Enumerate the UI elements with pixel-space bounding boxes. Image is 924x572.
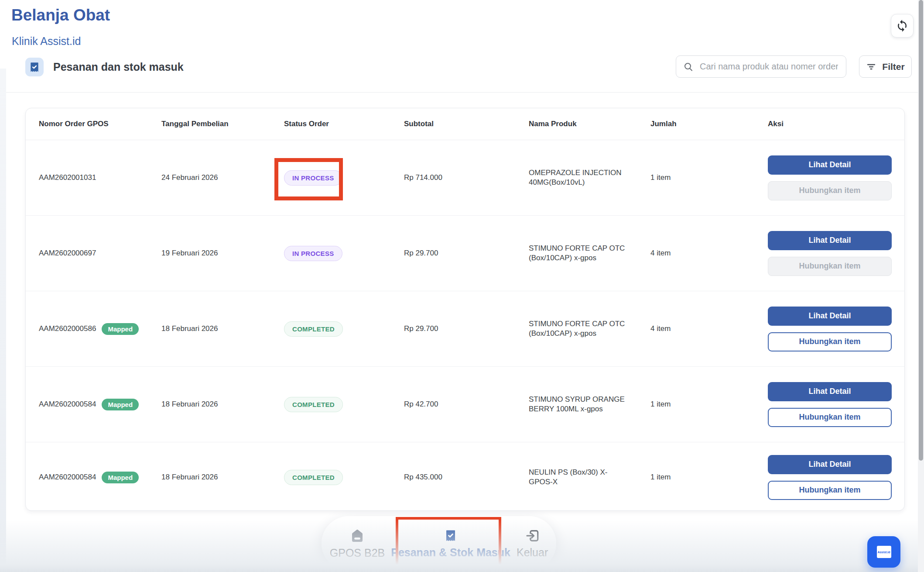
actions-cell: Lihat Detail Hubungkan item <box>768 307 892 351</box>
hubungkan-item-button[interactable]: Hubungkan item <box>768 481 892 500</box>
order-number: AAM2602000697 <box>39 249 96 258</box>
hubungkan-item-button[interactable]: Hubungkan item <box>768 408 892 427</box>
filter-label: Filter <box>882 62 904 72</box>
table-row: AAM2602000584 Mapped 18 Februari 2026 CO… <box>26 367 904 442</box>
lihat-detail-button[interactable]: Lihat Detail <box>768 155 892 175</box>
quantity: 1 item <box>650 400 768 409</box>
filter-lines-icon <box>866 62 876 72</box>
status-badge: COMPLETED <box>284 397 343 412</box>
refresh-button[interactable] <box>891 14 914 38</box>
hubungkan-item-button: Hubungkan item <box>768 181 892 200</box>
header-divider <box>6 92 924 93</box>
lihat-detail-button[interactable]: Lihat Detail <box>768 455 892 474</box>
table-header-row: Nomor Order GPOSTanggal PembelianStatus … <box>26 108 904 140</box>
page-subtitle: Klinik Assist.id <box>12 35 81 48</box>
column-header: Nama Produk <box>529 120 650 128</box>
column-header: Subtotal <box>404 120 529 128</box>
search-icon <box>683 62 694 72</box>
bottom-fade <box>0 520 918 572</box>
lihat-detail-button[interactable]: Lihat Detail <box>768 382 892 401</box>
quantity: 4 item <box>650 324 768 333</box>
hubungkan-item-button: Hubungkan item <box>768 257 892 276</box>
sync-icon <box>896 19 909 32</box>
purchase-date: 19 Februari 2026 <box>161 249 284 258</box>
actions-cell: Lihat Detail Hubungkan item <box>768 455 892 500</box>
quantity: 1 item <box>650 173 768 182</box>
product-name: OMEPRAZOLE INJECTION 40MG(Box/10vL) <box>529 168 628 187</box>
page-title: Belanja Obat <box>11 4 110 26</box>
subtotal: Rp 29.700 <box>404 249 529 258</box>
mapped-badge: Mapped <box>102 323 139 335</box>
column-header: Aksi <box>768 120 897 128</box>
search-input[interactable] <box>699 61 839 72</box>
search-box <box>676 55 846 78</box>
purchase-date: 18 Februari 2026 <box>161 324 284 333</box>
subtotal: Rp 42.700 <box>404 400 529 409</box>
assist-id-logo: Assist.id <box>877 546 891 558</box>
mapped-badge: Mapped <box>102 472 139 483</box>
order-number-cell: AAM2602001031 Mapped <box>39 173 161 182</box>
column-header: Jumlah <box>650 120 768 128</box>
actions-cell: Lihat Detail Hubungkan item <box>768 382 892 427</box>
order-number-cell: AAM2602000586 Mapped <box>39 323 161 335</box>
status-badge: IN PROCESS <box>284 246 342 261</box>
annotation-rect-status-order <box>274 158 343 200</box>
order-number-cell: AAM2602000584 Mapped <box>39 399 161 410</box>
table-row: AAM2602000584 Mapped 18 Februari 2026 CO… <box>26 442 904 511</box>
product-name: STIMUNO FORTE CAP OTC (Box/10CAP) x-gpos <box>529 319 628 338</box>
mapped-badge: Mapped <box>102 399 139 410</box>
scrollbar-thumb[interactable] <box>919 0 923 461</box>
purchase-date: 18 Februari 2026 <box>161 473 284 482</box>
status-badge: COMPLETED <box>284 321 343 337</box>
section-title: Pesanan dan stok masuk <box>53 61 184 73</box>
chat-widget-button[interactable]: Assist.id <box>867 536 900 568</box>
product-name: NEULIN PS (Box/30) X-GPOS-X <box>529 468 628 487</box>
table-row: AAM2602000586 Mapped 18 Februari 2026 CO… <box>26 291 904 367</box>
section-icon-box <box>25 58 44 76</box>
belanja-obat-page: Belanja Obat Klinik Assist.id Pesanan da… <box>0 0 924 572</box>
lihat-detail-button[interactable]: Lihat Detail <box>768 307 892 326</box>
status-badge: COMPLETED <box>284 470 343 485</box>
column-header: Tanggal Pembelian <box>161 120 284 128</box>
subtotal: Rp 714.000 <box>404 173 529 182</box>
filter-button[interactable]: Filter <box>859 55 912 78</box>
actions-cell: Lihat Detail Hubungkan item <box>768 231 892 276</box>
table-row: AAM2602000697 Mapped 19 Februari 2026 IN… <box>26 216 904 291</box>
actions-cell: Lihat Detail Hubungkan item <box>768 155 892 200</box>
subtotal: Rp 29.700 <box>404 324 529 333</box>
order-number-cell: AAM2602000697 Mapped <box>39 249 161 258</box>
product-name: STIMUNO FORTE CAP OTC (Box/10CAP) x-gpos <box>529 244 628 263</box>
quantity: 1 item <box>650 473 768 482</box>
column-header: Status Order <box>284 120 404 128</box>
hubungkan-item-button[interactable]: Hubungkan item <box>768 332 892 351</box>
lihat-detail-button[interactable]: Lihat Detail <box>768 231 892 250</box>
order-number: AAM2602001031 <box>39 173 96 182</box>
quantity: 4 item <box>650 249 768 258</box>
subtotal: Rp 435.000 <box>404 473 529 482</box>
order-number: AAM2602000584 <box>39 400 96 409</box>
column-header: Nomor Order GPOS <box>39 120 161 128</box>
purchase-date: 18 Februari 2026 <box>161 400 284 409</box>
table-row: AAM2602001031 Mapped 24 Februari 2026 IN… <box>26 140 904 216</box>
order-number: AAM2602000584 <box>39 473 96 482</box>
product-name: STIMUNO SYRUP ORANGE BERRY 100ML x-gpos <box>529 395 628 414</box>
purchase-date: 24 Februari 2026 <box>161 173 284 182</box>
orders-table: Nomor Order GPOSTanggal PembelianStatus … <box>25 108 905 511</box>
left-gutter <box>0 69 6 572</box>
receipt-check-icon <box>29 61 40 74</box>
order-number-cell: AAM2602000584 Mapped <box>39 472 161 483</box>
order-number: AAM2602000586 <box>39 324 96 333</box>
